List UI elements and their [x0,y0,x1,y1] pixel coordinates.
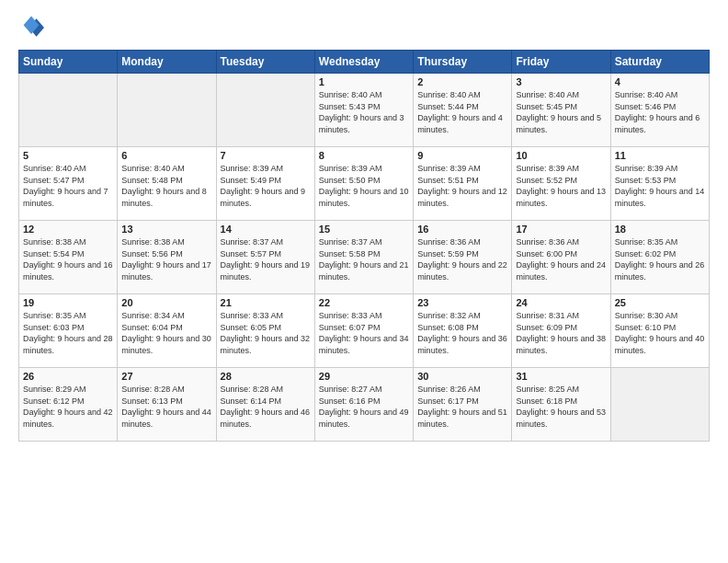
day-cell: 9Sunrise: 8:39 AMSunset: 5:51 PMDaylight… [414,147,512,221]
week-row-1: 1Sunrise: 8:40 AMSunset: 5:43 PMDaylight… [19,74,710,147]
day-number: 27 [121,371,211,382]
day-number: 9 [417,150,507,161]
day-info: Sunrise: 8:28 AMSunset: 6:14 PMDaylight:… [221,384,311,430]
day-cell: 21Sunrise: 8:33 AMSunset: 6:05 PMDayligh… [216,294,314,368]
day-info: Sunrise: 8:39 AMSunset: 5:52 PMDaylight:… [516,163,606,209]
day-number: 14 [221,224,311,235]
day-info: Sunrise: 8:35 AMSunset: 6:03 PMDaylight:… [23,310,113,356]
day-number: 13 [121,224,211,235]
weekday-header-sunday: Sunday [19,51,118,74]
day-number: 5 [23,150,113,161]
day-info: Sunrise: 8:39 AMSunset: 5:53 PMDaylight:… [615,163,705,209]
day-cell: 29Sunrise: 8:27 AMSunset: 6:16 PMDayligh… [314,368,413,442]
page: SundayMondayTuesdayWednesdayThursdayFrid… [0,0,728,563]
weekday-header-row: SundayMondayTuesdayWednesdayThursdayFrid… [19,51,710,74]
day-number: 10 [516,150,606,161]
day-number: 2 [417,76,507,87]
day-cell: 26Sunrise: 8:29 AMSunset: 6:12 PMDayligh… [19,368,118,442]
day-cell: 22Sunrise: 8:33 AMSunset: 6:07 PMDayligh… [314,294,413,368]
day-info: Sunrise: 8:33 AMSunset: 6:07 PMDaylight:… [319,310,409,356]
day-cell: 1Sunrise: 8:40 AMSunset: 5:43 PMDaylight… [314,74,413,147]
day-info: Sunrise: 8:30 AMSunset: 6:10 PMDaylight:… [615,310,705,356]
week-row-4: 19Sunrise: 8:35 AMSunset: 6:03 PMDayligh… [19,294,710,368]
logo [18,15,48,40]
day-number: 17 [516,224,606,235]
day-info: Sunrise: 8:31 AMSunset: 6:09 PMDaylight:… [516,310,606,356]
weekday-header-monday: Monday [118,51,216,74]
day-info: Sunrise: 8:39 AMSunset: 5:49 PMDaylight:… [221,163,311,209]
day-number: 6 [121,150,211,161]
day-info: Sunrise: 8:37 AMSunset: 5:57 PMDaylight:… [221,236,311,282]
day-cell: 10Sunrise: 8:39 AMSunset: 5:52 PMDayligh… [512,147,610,221]
day-info: Sunrise: 8:40 AMSunset: 5:48 PMDaylight:… [121,163,211,209]
day-cell: 28Sunrise: 8:28 AMSunset: 6:14 PMDayligh… [216,368,314,442]
week-row-3: 12Sunrise: 8:38 AMSunset: 5:54 PMDayligh… [19,221,710,294]
day-info: Sunrise: 8:38 AMSunset: 5:54 PMDaylight:… [23,236,113,282]
day-cell: 27Sunrise: 8:28 AMSunset: 6:13 PMDayligh… [118,368,216,442]
day-number: 24 [516,297,606,308]
day-cell [610,368,709,442]
day-number: 7 [221,150,311,161]
day-cell [216,74,314,147]
weekday-header-saturday: Saturday [610,51,709,74]
day-number: 30 [417,371,507,382]
day-cell: 11Sunrise: 8:39 AMSunset: 5:53 PMDayligh… [610,147,709,221]
weekday-header-wednesday: Wednesday [314,51,413,74]
day-number: 29 [319,371,409,382]
day-cell: 30Sunrise: 8:26 AMSunset: 6:17 PMDayligh… [414,368,512,442]
day-cell: 24Sunrise: 8:31 AMSunset: 6:09 PMDayligh… [512,294,610,368]
day-cell: 6Sunrise: 8:40 AMSunset: 5:48 PMDaylight… [118,147,216,221]
day-info: Sunrise: 8:40 AMSunset: 5:43 PMDaylight:… [319,89,409,135]
day-cell: 17Sunrise: 8:36 AMSunset: 6:00 PMDayligh… [512,221,610,294]
weekday-header-tuesday: Tuesday [216,51,314,74]
day-number: 28 [221,371,311,382]
day-cell: 4Sunrise: 8:40 AMSunset: 5:46 PMDaylight… [610,74,709,147]
day-info: Sunrise: 8:32 AMSunset: 6:08 PMDaylight:… [417,310,507,356]
weekday-header-thursday: Thursday [414,51,512,74]
logo-icon [18,15,44,40]
day-info: Sunrise: 8:39 AMSunset: 5:50 PMDaylight:… [319,163,409,209]
day-cell: 23Sunrise: 8:32 AMSunset: 6:08 PMDayligh… [414,294,512,368]
day-info: Sunrise: 8:38 AMSunset: 5:56 PMDaylight:… [121,236,211,282]
day-info: Sunrise: 8:40 AMSunset: 5:47 PMDaylight:… [23,163,113,209]
day-info: Sunrise: 8:40 AMSunset: 5:44 PMDaylight:… [417,89,507,135]
day-number: 16 [417,224,507,235]
day-cell: 7Sunrise: 8:39 AMSunset: 5:49 PMDaylight… [216,147,314,221]
week-row-2: 5Sunrise: 8:40 AMSunset: 5:47 PMDaylight… [19,147,710,221]
day-number: 8 [319,150,409,161]
day-cell: 12Sunrise: 8:38 AMSunset: 5:54 PMDayligh… [19,221,118,294]
day-cell: 2Sunrise: 8:40 AMSunset: 5:44 PMDaylight… [414,74,512,147]
day-number: 26 [23,371,113,382]
day-info: Sunrise: 8:29 AMSunset: 6:12 PMDaylight:… [23,384,113,430]
day-info: Sunrise: 8:25 AMSunset: 6:18 PMDaylight:… [516,384,606,430]
day-cell: 31Sunrise: 8:25 AMSunset: 6:18 PMDayligh… [512,368,610,442]
day-info: Sunrise: 8:36 AMSunset: 6:00 PMDaylight:… [516,236,606,282]
day-info: Sunrise: 8:28 AMSunset: 6:13 PMDaylight:… [121,384,211,430]
day-cell: 14Sunrise: 8:37 AMSunset: 5:57 PMDayligh… [216,221,314,294]
day-cell: 18Sunrise: 8:35 AMSunset: 6:02 PMDayligh… [610,221,709,294]
day-info: Sunrise: 8:26 AMSunset: 6:17 PMDaylight:… [417,384,507,430]
day-number: 19 [23,297,113,308]
weekday-header-friday: Friday [512,51,610,74]
day-cell: 5Sunrise: 8:40 AMSunset: 5:47 PMDaylight… [19,147,118,221]
day-number: 18 [615,224,705,235]
day-number: 1 [319,76,409,87]
day-number: 11 [615,150,705,161]
day-number: 12 [23,224,113,235]
day-info: Sunrise: 8:39 AMSunset: 5:51 PMDaylight:… [417,163,507,209]
day-info: Sunrise: 8:40 AMSunset: 5:45 PMDaylight:… [516,89,606,135]
day-cell: 25Sunrise: 8:30 AMSunset: 6:10 PMDayligh… [610,294,709,368]
day-number: 21 [221,297,311,308]
day-cell: 3Sunrise: 8:40 AMSunset: 5:45 PMDaylight… [512,74,610,147]
day-info: Sunrise: 8:36 AMSunset: 5:59 PMDaylight:… [417,236,507,282]
day-cell: 15Sunrise: 8:37 AMSunset: 5:58 PMDayligh… [314,221,413,294]
day-number: 4 [615,76,705,87]
day-info: Sunrise: 8:35 AMSunset: 6:02 PMDaylight:… [615,236,705,282]
day-number: 23 [417,297,507,308]
day-info: Sunrise: 8:34 AMSunset: 6:04 PMDaylight:… [121,310,211,356]
day-number: 3 [516,76,606,87]
day-cell: 20Sunrise: 8:34 AMSunset: 6:04 PMDayligh… [118,294,216,368]
day-number: 31 [516,371,606,382]
day-cell [19,74,118,147]
header [18,15,710,40]
